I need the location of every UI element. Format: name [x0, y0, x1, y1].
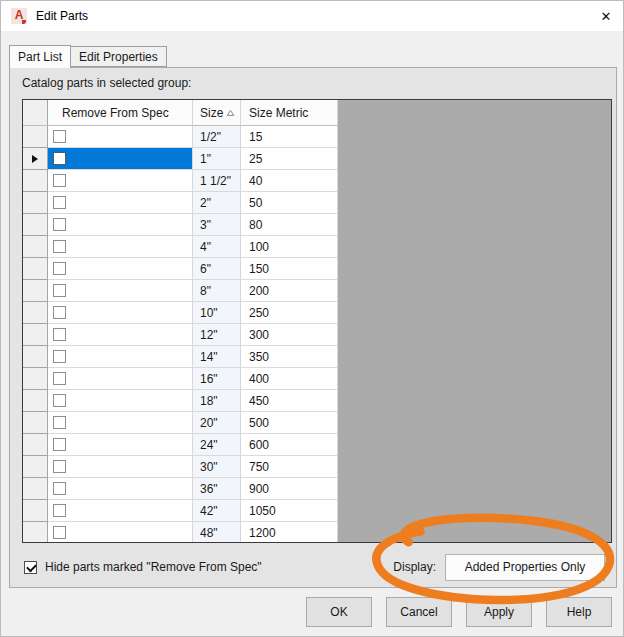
row-selector-cell[interactable] — [23, 258, 48, 280]
remove-from-spec-cell[interactable] — [48, 280, 193, 302]
size-cell[interactable]: 3" — [193, 214, 241, 236]
row-checkbox[interactable] — [53, 218, 66, 231]
table-row[interactable]: 16" 400 — [23, 368, 611, 390]
size-metric-cell[interactable]: 1050 — [241, 500, 338, 522]
size-metric-cell[interactable]: 25 — [241, 148, 338, 170]
close-icon[interactable]: ✕ — [589, 1, 623, 31]
hide-parts-checkbox-group[interactable]: Hide parts marked "Remove From Spec" — [24, 560, 262, 574]
remove-from-spec-cell[interactable] — [48, 258, 193, 280]
size-metric-cell[interactable]: 600 — [241, 434, 338, 456]
table-row[interactable]: 30" 750 — [23, 456, 611, 478]
table-row[interactable]: 48" 1200 — [23, 522, 611, 543]
size-cell[interactable]: 10" — [193, 302, 241, 324]
size-metric-cell[interactable]: 500 — [241, 412, 338, 434]
row-checkbox[interactable] — [53, 152, 66, 165]
row-selector-cell[interactable] — [23, 236, 48, 258]
row-checkbox[interactable] — [53, 394, 66, 407]
row-selector-cell[interactable] — [23, 522, 48, 543]
size-metric-cell[interactable]: 50 — [241, 192, 338, 214]
size-cell[interactable]: 30" — [193, 456, 241, 478]
hide-parts-checkbox[interactable] — [24, 561, 37, 574]
tab-edit-properties[interactable]: Edit Properties — [71, 46, 167, 67]
size-cell[interactable]: 24" — [193, 434, 241, 456]
size-cell[interactable]: 20" — [193, 412, 241, 434]
remove-from-spec-cell[interactable] — [48, 368, 193, 390]
table-row[interactable]: 20" 500 — [23, 412, 611, 434]
size-metric-cell[interactable]: 15 — [241, 126, 338, 148]
table-row[interactable]: 4" 100 — [23, 236, 611, 258]
row-checkbox[interactable] — [53, 526, 66, 539]
row-checkbox[interactable] — [53, 262, 66, 275]
size-metric-cell[interactable]: 450 — [241, 390, 338, 412]
row-checkbox[interactable] — [53, 438, 66, 451]
table-row[interactable]: 2" 50 — [23, 192, 611, 214]
row-checkbox[interactable] — [53, 284, 66, 297]
ok-button[interactable]: OK — [306, 597, 372, 627]
table-row[interactable]: 3" 80 — [23, 214, 611, 236]
remove-from-spec-cell[interactable] — [48, 148, 193, 170]
size-cell[interactable]: 1" — [193, 148, 241, 170]
size-metric-cell[interactable]: 750 — [241, 456, 338, 478]
remove-from-spec-cell[interactable] — [48, 456, 193, 478]
column-header-size-metric[interactable]: Size Metric — [241, 100, 338, 126]
row-checkbox[interactable] — [53, 240, 66, 253]
table-row[interactable]: 1 1/2" 40 — [23, 170, 611, 192]
table-row[interactable]: 42" 1050 — [23, 500, 611, 522]
remove-from-spec-cell[interactable] — [48, 192, 193, 214]
size-cell[interactable]: 12" — [193, 324, 241, 346]
size-metric-cell[interactable]: 80 — [241, 214, 338, 236]
remove-from-spec-cell[interactable] — [48, 236, 193, 258]
row-selector-cell[interactable] — [23, 412, 48, 434]
table-row[interactable]: 10" 250 — [23, 302, 611, 324]
size-cell[interactable]: 4" — [193, 236, 241, 258]
table-row[interactable]: 12" 300 — [23, 324, 611, 346]
row-checkbox[interactable] — [53, 306, 66, 319]
row-checkbox[interactable] — [53, 196, 66, 209]
row-selector-cell[interactable] — [23, 368, 48, 390]
row-selector-cell[interactable] — [23, 456, 48, 478]
remove-from-spec-cell[interactable] — [48, 346, 193, 368]
size-cell[interactable]: 16" — [193, 368, 241, 390]
remove-from-spec-cell[interactable] — [48, 214, 193, 236]
row-checkbox[interactable] — [53, 416, 66, 429]
remove-from-spec-cell[interactable] — [48, 324, 193, 346]
size-metric-cell[interactable]: 100 — [241, 236, 338, 258]
apply-button[interactable]: Apply — [466, 597, 532, 627]
table-row[interactable]: 24" 600 — [23, 434, 611, 456]
row-selector-cell[interactable] — [23, 302, 48, 324]
row-selector-cell[interactable] — [23, 192, 48, 214]
size-cell[interactable]: 14" — [193, 346, 241, 368]
remove-from-spec-cell[interactable] — [48, 434, 193, 456]
size-metric-cell[interactable]: 900 — [241, 478, 338, 500]
size-metric-cell[interactable]: 1200 — [241, 522, 338, 543]
remove-from-spec-cell[interactable] — [48, 478, 193, 500]
row-checkbox[interactable] — [53, 130, 66, 143]
table-row[interactable]: 1/2" 15 — [23, 126, 611, 148]
size-metric-cell[interactable]: 400 — [241, 368, 338, 390]
size-metric-cell[interactable]: 300 — [241, 324, 338, 346]
cancel-button[interactable]: Cancel — [386, 597, 452, 627]
size-metric-cell[interactable]: 200 — [241, 280, 338, 302]
row-checkbox[interactable] — [53, 350, 66, 363]
remove-from-spec-cell[interactable] — [48, 126, 193, 148]
row-selector-cell[interactable] — [23, 126, 48, 148]
column-header-size[interactable]: Size — [193, 100, 241, 126]
size-cell[interactable]: 36" — [193, 478, 241, 500]
help-button[interactable]: Help — [546, 597, 612, 627]
row-selector-cell[interactable] — [23, 500, 48, 522]
display-dropdown-button[interactable]: Added Properties Only — [445, 554, 605, 581]
table-row[interactable]: 1" 25 — [23, 148, 611, 170]
remove-from-spec-cell[interactable] — [48, 390, 193, 412]
tab-part-list[interactable]: Part List — [9, 45, 71, 68]
table-row[interactable]: 8" 200 — [23, 280, 611, 302]
size-cell[interactable]: 1/2" — [193, 126, 241, 148]
remove-from-spec-cell[interactable] — [48, 412, 193, 434]
size-cell[interactable]: 2" — [193, 192, 241, 214]
remove-from-spec-cell[interactable] — [48, 500, 193, 522]
row-selector-cell[interactable] — [23, 170, 48, 192]
row-checkbox[interactable] — [53, 482, 66, 495]
size-metric-cell[interactable]: 150 — [241, 258, 338, 280]
table-row[interactable]: 14" 350 — [23, 346, 611, 368]
remove-from-spec-cell[interactable] — [48, 302, 193, 324]
remove-from-spec-cell[interactable] — [48, 170, 193, 192]
